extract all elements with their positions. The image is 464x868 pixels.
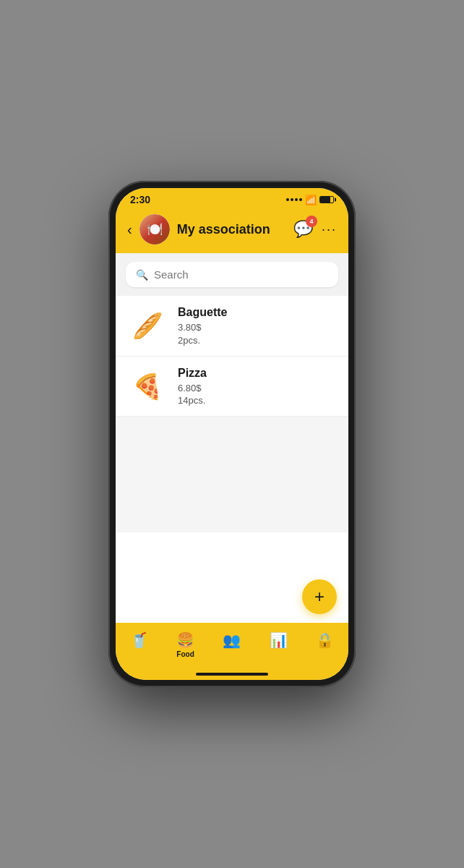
avatar-image: 🍽️ [139,214,170,244]
item-stock: 14pcs. [178,395,337,406]
home-indicator [116,673,348,680]
add-icon: + [314,587,325,607]
battery-icon [319,196,334,203]
search-input[interactable] [154,268,328,281]
item-price: 3.80$ [178,320,337,335]
avatar: 🍽️ [139,214,170,244]
wifi-icon: 📶 [305,195,317,205]
list-item[interactable]: 🥖 Baguette 3.80$ 2pcs. [116,296,348,357]
back-button[interactable]: ‹ [127,221,132,238]
home-bar [196,673,268,676]
item-info-pizza: Pizza 6.80$ 14pcs. [178,367,337,407]
status-bar: 2:30 📶 [116,188,348,208]
signal-icon [286,198,302,201]
header: ‹ 🍽️ My association 💬 4 ··· [116,208,348,253]
header-actions: 💬 4 ··· [293,220,337,239]
item-price: 6.80$ [178,381,337,396]
content-wrapper: 🥖 Baguette 3.80$ 2pcs. 🍕 Pizza 6.80$ 14p… [116,296,348,623]
nav-item-drinks[interactable]: 🥤 [121,629,157,652]
item-stock: 2pcs. [178,335,337,346]
status-time: 2:30 [130,194,150,205]
food-icon: 🍔 [176,631,194,649]
item-list: 🥖 Baguette 3.80$ 2pcs. 🍕 Pizza 6.80$ 14p… [116,296,348,623]
bottom-nav: 🥤 🍔 Food 👥 📊 🔒 [116,623,348,673]
more-button[interactable]: ··· [322,222,337,237]
item-info-baguette: Baguette 3.80$ 2pcs. [178,306,337,346]
item-image-pizza: 🍕 [127,370,168,403]
status-icons: 📶 [286,195,334,205]
search-icon: 🔍 [136,269,148,281]
item-name: Pizza [178,367,337,380]
people-icon: 👥 [223,631,241,649]
stats-icon: 📊 [270,631,288,649]
search-bar: 🔍 [126,262,338,287]
nav-label-food: Food [176,650,194,658]
page-title: My association [177,222,286,237]
item-image-baguette: 🥖 [127,309,168,342]
search-container: 🔍 [116,253,348,296]
item-name: Baguette [178,306,337,319]
nav-item-security[interactable]: 🔒 [307,629,343,652]
security-icon: 🔒 [316,631,334,649]
nav-item-people[interactable]: 👥 [214,629,249,652]
nav-item-food[interactable]: 🍔 Food [168,629,203,661]
notification-badge: 4 [306,216,317,227]
add-button[interactable]: + [302,579,337,614]
empty-space [116,417,348,532]
list-item[interactable]: 🍕 Pizza 6.80$ 14pcs. [116,357,348,417]
nav-item-stats[interactable]: 📊 [261,629,296,652]
drinks-icon: 🥤 [130,631,148,649]
notification-button[interactable]: 💬 4 [293,220,313,239]
